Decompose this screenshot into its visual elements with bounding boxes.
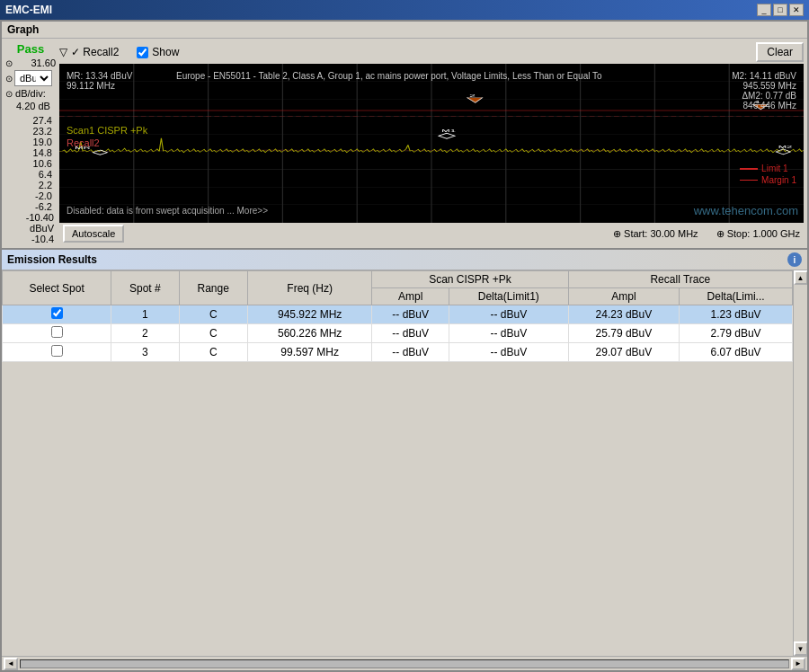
svg-text:1: 1 — [755, 101, 761, 104]
watermark: www.tehencom.com — [694, 204, 798, 217]
table-row[interactable]: 2 C 560.226 MHz -- dBuV -- dBuV 25.79 dB… — [3, 324, 793, 343]
cell-spot: 2 — [111, 324, 179, 343]
cell-delta-recall: 1.23 dBuV — [680, 305, 793, 324]
graph-section-label: Graph — [2, 22, 807, 39]
recall-button[interactable]: ▽ ✓ Recall2 — [59, 46, 119, 58]
table-row[interactable]: 1 C 945.922 MHz -- dBuV -- dBuV 24.23 dB… — [3, 305, 793, 324]
start-label: ⊕ Start: 30.00 MHz — [613, 228, 698, 240]
show-label: Show — [152, 46, 179, 58]
row-checkbox-2[interactable] — [51, 326, 63, 338]
autoscale-button[interactable]: Autoscale — [63, 225, 124, 243]
y-axis-bottom: -10.40 dBuV -10.4 — [5, 212, 56, 244]
unit-row: ⊙ dBuV dBm — [5, 70, 56, 86]
emission-header: Emission Results i — [2, 250, 807, 270]
grid-svg: 2 1 MR M1 M2 — [59, 64, 804, 223]
col-scan-group: Scan CISPR +Pk — [372, 271, 568, 288]
limit-legend: Limit 1 Margin 1 — [740, 164, 796, 187]
unit-select[interactable]: dBuV dBm — [14, 70, 52, 86]
recall-controls: ▽ ✓ Recall2 Show — [59, 46, 179, 58]
scroll-up-button[interactable]: ▲ — [794, 270, 808, 285]
pass-label: Pass — [5, 42, 56, 56]
table-wrapper: Select Spot Spot # Range Freq (Hz) — [2, 270, 807, 656]
svg-marker-20 — [439, 133, 455, 138]
db-div-label: ⊙ dB/div: — [5, 88, 56, 99]
close-button[interactable]: ✕ — [789, 4, 804, 16]
table-scroll[interactable]: Select Spot Spot # Range Freq (Hz) — [2, 270, 793, 656]
freq-info: ⊕ Start: 30.00 MHz ⊕ Stop: 1.000 GHz — [613, 228, 800, 240]
scroll-left-button[interactable]: ◄ — [4, 658, 18, 670]
window-controls: _ □ ✕ — [757, 4, 804, 16]
cell-delta-limit1: -- dBuV — [449, 343, 568, 362]
svg-text:2: 2 — [469, 93, 476, 97]
cell-range: C — [179, 343, 247, 362]
emission-table: Select Spot Spot # Range Freq (Hz) — [2, 270, 793, 362]
cell-freq: 945.922 MHz — [247, 305, 371, 324]
col-delta-limit1: Delta(Limit1) — [449, 288, 568, 305]
y-axis-controls: Pass ⊙ 31.60 ⊙ dBuV dBm ⊙ dB/div: 4.20 d… — [5, 42, 56, 111]
cell-range: C — [179, 324, 247, 343]
y-axis-left: Pass ⊙ 31.60 ⊙ dBuV dBm ⊙ dB/div: 4.20 d… — [5, 42, 59, 244]
graph-container: Pass ⊙ 31.60 ⊙ dBuV dBm ⊙ dB/div: 4.20 d… — [2, 39, 807, 248]
col-recall-group: Recall Trace — [568, 271, 792, 288]
col-delta-limi: Delta(Limi... — [680, 288, 793, 305]
svg-marker-21 — [467, 98, 483, 103]
disabled-notice: Disabled: data is from swept acquisition… — [67, 206, 268, 216]
svg-text:MR: MR — [75, 146, 91, 149]
svg-text:M2: M2 — [778, 146, 793, 149]
cell-delta-limit1: -- dBuV — [449, 305, 568, 324]
cell-checkbox[interactable] — [3, 305, 111, 324]
cell-delta-recall: 6.07 dBuV — [680, 343, 793, 362]
col-ampl-recall: Ampl — [568, 288, 680, 305]
stop-label: ⊕ Stop: 1.000 GHz — [716, 228, 800, 240]
scroll-down-button[interactable]: ▼ — [794, 641, 808, 656]
maximize-button[interactable]: □ — [773, 4, 787, 16]
col-spot-num: Spot # — [111, 271, 179, 305]
y-top-value: 31.60 — [31, 57, 56, 68]
emission-info-icon[interactable]: i — [787, 252, 802, 267]
svg-marker-23 — [752, 104, 768, 110]
recall-label: ✓ Recall2 — [71, 46, 119, 58]
row-checkbox-3[interactable] — [51, 345, 63, 357]
cell-ampl-recall: 24.23 dBuV — [568, 305, 680, 324]
vertical-scrollbar[interactable]: ▲ ▼ — [793, 270, 807, 656]
col-freq: Freq (Hz) — [247, 271, 371, 305]
dropdown-icon: ▽ — [59, 46, 67, 58]
cell-freq: 99.597 MHz — [247, 343, 371, 362]
cell-spot: 1 — [111, 305, 179, 324]
titlebar: EMC-EMI _ □ ✕ — [0, 0, 809, 20]
cell-ampl-recall: 29.07 dBuV — [568, 343, 680, 362]
col-select-spot: Select Spot — [3, 271, 111, 305]
cell-ampl-scan: -- dBuV — [372, 324, 449, 343]
show-checkbox[interactable] — [137, 47, 148, 58]
emission-section: Emission Results i Select Spot Spot # — [2, 248, 807, 670]
cell-spot: 3 — [111, 343, 179, 362]
chart-toolbar: ▽ ✓ Recall2 Show Clear — [59, 42, 804, 62]
cell-checkbox[interactable] — [3, 343, 111, 362]
oscilloscope-display[interactable]: 2 1 MR M1 M2 — [59, 64, 804, 223]
hscroll-track[interactable] — [20, 659, 789, 668]
radio-icon2: ⊙ — [5, 74, 13, 84]
table-row[interactable]: 3 C 99.597 MHz -- dBuV -- dBuV 29.07 dBu… — [3, 343, 793, 362]
horizontal-scrollbar[interactable]: ◄ ► — [2, 656, 807, 670]
row-checkbox-1[interactable] — [51, 307, 63, 319]
cell-checkbox[interactable] — [3, 324, 111, 343]
cell-ampl-recall: 25.79 dBuV — [568, 324, 680, 343]
radio-icon3: ⊙ — [5, 89, 13, 99]
stop-icon: ⊕ — [716, 228, 725, 239]
start-icon: ⊕ — [613, 228, 621, 239]
cell-ampl-scan: -- dBuV — [372, 305, 449, 324]
scroll-right-button[interactable]: ► — [791, 658, 805, 670]
cell-delta-recall: 2.79 dBuV — [680, 324, 793, 343]
col-ampl-scan: Ampl — [372, 288, 449, 305]
svg-text:M1: M1 — [441, 129, 456, 133]
chart-bottom-bar: Autoscale ⊕ Start: 30.00 MHz ⊕ Stop: 1.0… — [59, 223, 804, 244]
clear-button[interactable]: Clear — [756, 42, 804, 62]
cell-delta-limit1: -- dBuV — [449, 324, 568, 343]
cell-range: C — [179, 305, 247, 324]
main-window: Graph Pass ⊙ 31.60 ⊙ dBuV dBm ⊙ — [0, 20, 809, 672]
cell-ampl-scan: -- dBuV — [372, 343, 449, 362]
app-title: EMC-EMI — [5, 4, 52, 16]
minimize-button[interactable]: _ — [757, 4, 771, 16]
chart-area: ▽ ✓ Recall2 Show Clear — [59, 42, 804, 244]
show-checkbox-container[interactable]: Show — [137, 46, 179, 58]
